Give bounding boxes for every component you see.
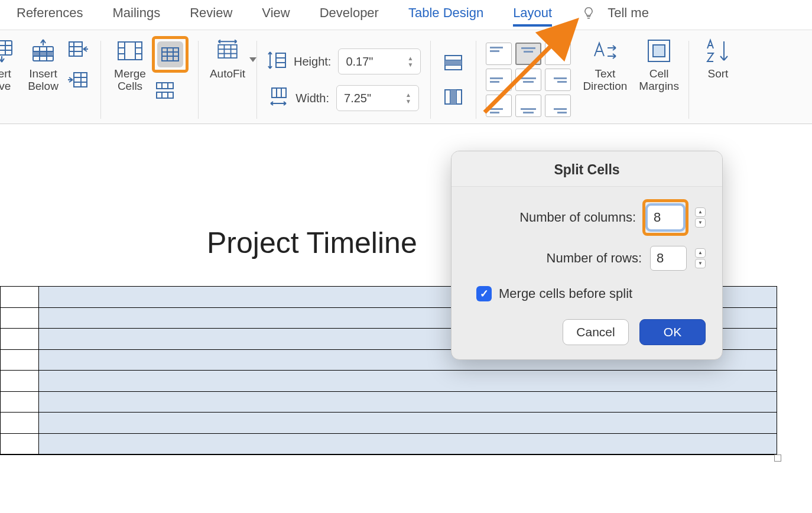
align-top-left[interactable] [486, 43, 512, 65]
insert-above-button[interactable]: sert ove [0, 36, 21, 93]
rows-label: Number of rows: [468, 251, 642, 266]
sort-button[interactable]: Sort [699, 36, 738, 80]
rows-input[interactable]: 8 [650, 246, 687, 271]
cell-margins-label: Cell Margins [639, 68, 679, 93]
width-label: Width: [295, 92, 329, 105]
align-top-right[interactable] [545, 43, 571, 65]
tab-layout[interactable]: Layout [513, 5, 552, 21]
ribbon-tabs: References Mailings Review View Develope… [0, 0, 812, 26]
svg-rect-51 [445, 60, 462, 65]
svg-rect-55 [450, 90, 456, 104]
split-cells-highlight [152, 36, 189, 73]
split-cells-button[interactable] [157, 41, 183, 67]
insert-left-button[interactable] [65, 36, 91, 62]
row-height-icon [267, 50, 287, 74]
autofit-dropdown-icon[interactable] [249, 57, 256, 62]
align-top-center[interactable] [515, 43, 541, 65]
align-middle-right[interactable] [545, 69, 571, 91]
autofit-label: AutoFit [210, 68, 245, 80]
merge-cells-button[interactable]: Merge Cells [111, 36, 150, 93]
insert-below-label: Insert Below [28, 68, 59, 93]
tab-mailings[interactable]: Mailings [113, 5, 161, 21]
insert-right-button[interactable] [65, 67, 91, 93]
tab-developer[interactable]: Developer [320, 5, 379, 21]
text-direction-button[interactable]: Text Direction [583, 36, 627, 93]
width-input[interactable]: 7.25" ▲▼ [336, 85, 419, 111]
tell-me[interactable]: Tell me [608, 5, 649, 21]
align-bottom-right[interactable] [545, 95, 571, 117]
width-stepper[interactable]: ▲▼ [405, 87, 417, 109]
cancel-button[interactable]: Cancel [563, 319, 629, 345]
dialog-title: Split Cells [452, 151, 722, 187]
insert-above-label: sert ove [0, 68, 11, 93]
cell-margins-button[interactable]: Cell Margins [639, 36, 679, 93]
svg-rect-26 [162, 48, 178, 61]
merge-checkbox[interactable]: ✓ [476, 286, 492, 301]
rows-step-up[interactable]: ▲ [695, 248, 706, 258]
svg-rect-57 [653, 45, 665, 57]
align-middle-center[interactable] [515, 69, 541, 91]
height-input[interactable]: 0.17" ▲▼ [338, 48, 421, 74]
tab-references[interactable]: References [17, 5, 83, 21]
table-row[interactable] [1, 392, 777, 413]
distribute-columns-button[interactable] [440, 84, 466, 110]
distribute-rows-button[interactable] [440, 50, 466, 76]
merge-label: Merge cells before split [499, 286, 632, 301]
columns-label: Number of columns: [468, 210, 636, 225]
height-stepper[interactable]: ▲▼ [407, 50, 419, 73]
table-resize-handle[interactable] [774, 454, 781, 462]
merge-cells-label: Merge Cells [114, 68, 146, 93]
columns-step-up[interactable]: ▲ [695, 207, 706, 217]
insert-below-button[interactable]: Insert Below [24, 36, 63, 93]
svg-rect-19 [118, 42, 142, 60]
columns-input[interactable]: 8 [647, 205, 684, 230]
text-direction-label: Text Direction [583, 68, 627, 93]
table-row[interactable] [1, 434, 777, 455]
svg-rect-32 [157, 92, 173, 98]
ok-button[interactable]: OK [639, 319, 706, 345]
column-width-icon [268, 87, 288, 110]
columns-step-down[interactable]: ▼ [695, 218, 706, 228]
alignment-grid [486, 43, 571, 117]
tab-table-design[interactable]: Table Design [408, 5, 483, 21]
rows-step-down[interactable]: ▼ [695, 259, 706, 268]
lightbulb-icon [582, 6, 596, 20]
svg-rect-37 [218, 45, 236, 58]
table-row[interactable] [1, 371, 777, 392]
svg-rect-31 [157, 83, 173, 89]
align-bottom-center[interactable] [515, 95, 541, 117]
svg-rect-6 [33, 51, 53, 56]
table-row[interactable] [1, 413, 777, 434]
height-label: Height: [294, 55, 331, 69]
split-cells-dialog: Split Cells Number of columns: 8 ▲ ▼ Num… [451, 151, 723, 360]
split-table-button[interactable] [152, 77, 178, 103]
document-title: Project Timeline [207, 226, 417, 260]
align-bottom-left[interactable] [486, 95, 512, 117]
tab-view[interactable]: View [262, 5, 290, 21]
sort-label: Sort [708, 68, 729, 80]
svg-rect-42 [276, 53, 285, 67]
svg-rect-11 [69, 42, 82, 56]
autofit-button[interactable]: AutoFit [208, 36, 247, 80]
align-middle-left[interactable] [486, 69, 512, 91]
columns-highlight: 8 [642, 199, 688, 236]
layout-toolbar: sert ove Insert Below [0, 30, 812, 124]
svg-rect-45 [272, 88, 286, 98]
tab-review[interactable]: Review [190, 5, 232, 21]
